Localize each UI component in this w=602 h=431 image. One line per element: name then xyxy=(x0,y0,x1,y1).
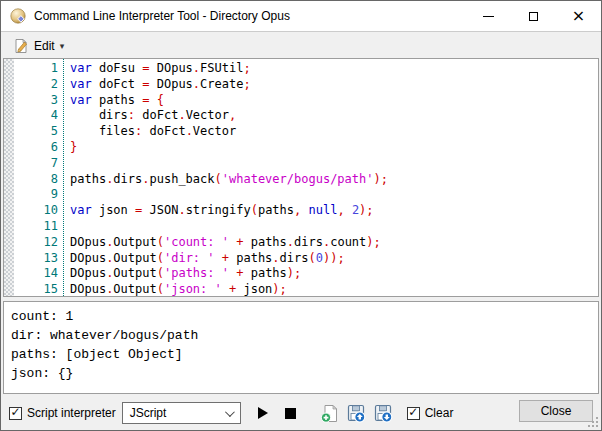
line-number: 9 xyxy=(14,187,58,203)
interpreter-select[interactable]: JScript xyxy=(122,402,241,424)
output-line: dir: whatever/bogus/path xyxy=(11,326,591,345)
line-number: 7 xyxy=(14,156,58,172)
code-line[interactable]: DOpus.Output('count: ' + paths.dirs.coun… xyxy=(70,235,598,251)
checkbox-box: ✓ xyxy=(407,407,420,420)
script-editor[interactable]: 123456789101112131415 var doFsu = DOpus.… xyxy=(3,58,599,297)
interpreter-selected-value: JScript xyxy=(130,406,225,420)
close-window-button[interactable]: × xyxy=(556,1,601,31)
edit-icon xyxy=(13,38,29,54)
line-number: 13 xyxy=(14,251,58,267)
code-area[interactable]: var doFsu = DOpus.FSUtil;var doFct = DOp… xyxy=(63,59,598,296)
output-line: count: 1 xyxy=(11,307,591,326)
maximize-icon xyxy=(529,12,538,21)
save-script-icon xyxy=(374,404,393,423)
code-line[interactable]: files: doFct.Vector xyxy=(70,124,598,140)
open-script-icon xyxy=(347,404,366,423)
minimize-button[interactable] xyxy=(466,1,511,31)
code-line[interactable]: dirs: doFct.Vector, xyxy=(70,108,598,124)
maximize-button[interactable] xyxy=(511,1,556,31)
save-script-button[interactable] xyxy=(373,401,395,425)
minimize-icon xyxy=(483,16,494,17)
code-line[interactable]: var paths = { xyxy=(70,93,598,109)
output-line: paths: [object Object] xyxy=(11,345,591,364)
line-number: 1 xyxy=(14,61,58,77)
code-line[interactable] xyxy=(70,219,598,235)
toolbar: Edit ▾ xyxy=(1,33,601,58)
resize-grip[interactable] xyxy=(588,417,598,427)
code-line[interactable]: DOpus.Output('dir: ' + paths.dirs(0)); xyxy=(70,251,598,267)
line-number: 6 xyxy=(14,140,58,156)
line-number: 8 xyxy=(14,172,58,188)
app-logo-icon xyxy=(10,8,27,25)
window-title: Command Line Interpreter Tool - Director… xyxy=(34,1,290,31)
check-icon: ✓ xyxy=(10,406,20,418)
title-bar[interactable]: Command Line Interpreter Tool - Director… xyxy=(1,1,601,32)
close-icon: × xyxy=(572,8,585,24)
check-icon: ✓ xyxy=(408,406,418,418)
line-number: 12 xyxy=(14,235,58,251)
line-number: 3 xyxy=(14,93,58,109)
line-number: 4 xyxy=(14,108,58,124)
code-line[interactable]: DOpus.Output('json: ' + json); xyxy=(70,282,598,296)
code-line[interactable]: var json = JSON.stringify(paths, null, 2… xyxy=(70,203,598,219)
bottom-bar: ✓ Script interpreter JScript xyxy=(1,394,601,430)
code-line[interactable] xyxy=(70,156,598,172)
stop-icon xyxy=(285,408,296,419)
code-line[interactable] xyxy=(70,187,598,203)
stop-script-button[interactable] xyxy=(279,401,303,425)
line-number: 2 xyxy=(14,77,58,93)
clear-checkbox[interactable]: ✓ Clear xyxy=(407,406,454,420)
new-script-button[interactable] xyxy=(319,401,341,425)
line-number-gutter: 123456789101112131415 xyxy=(14,59,63,296)
line-number: 5 xyxy=(14,124,58,140)
code-line[interactable]: var doFsu = DOpus.FSUtil; xyxy=(70,61,598,77)
edit-dropdown-arrow-icon: ▾ xyxy=(60,40,65,51)
edit-menu-label: Edit xyxy=(34,39,55,53)
open-script-button[interactable] xyxy=(346,401,368,425)
code-line[interactable]: } xyxy=(70,140,598,156)
cli-tool-window: Command Line Interpreter Tool - Director… xyxy=(0,0,602,431)
line-number: 11 xyxy=(14,219,58,235)
script-interpreter-label: Script interpreter xyxy=(27,406,116,420)
output-line: json: {} xyxy=(11,364,591,383)
chevron-down-icon xyxy=(225,407,235,417)
play-icon xyxy=(258,407,268,419)
script-interpreter-checkbox[interactable]: ✓ Script interpreter xyxy=(9,406,116,420)
close-button[interactable]: Close xyxy=(519,400,593,422)
checkbox-box: ✓ xyxy=(9,407,22,420)
edit-menu-button[interactable]: Edit ▾ xyxy=(7,34,70,57)
code-line[interactable]: paths.dirs.push_back('whatever/bogus/pat… xyxy=(70,172,598,188)
run-script-button[interactable] xyxy=(251,401,275,425)
clear-label: Clear xyxy=(425,406,454,420)
new-script-icon xyxy=(320,404,339,423)
code-line[interactable]: var doFct = DOpus.Create; xyxy=(70,77,598,93)
editor-margin-strip xyxy=(4,59,14,296)
line-number: 14 xyxy=(14,266,58,282)
code-line[interactable]: DOpus.Output('paths: ' + paths); xyxy=(70,266,598,282)
line-number: 15 xyxy=(14,282,58,297)
line-number: 10 xyxy=(14,203,58,219)
output-panel[interactable]: count: 1dir: whatever/bogus/pathpaths: [… xyxy=(3,301,599,394)
